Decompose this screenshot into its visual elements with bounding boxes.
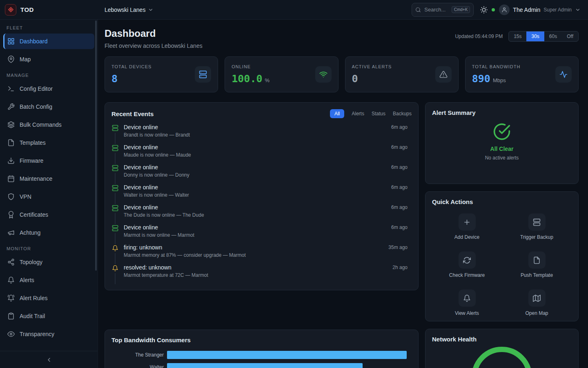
bar-row: The Stranger	[111, 351, 412, 359]
sidebar-item-dashboard[interactable]: Dashboard	[3, 34, 94, 49]
sidebar-section-manage: MANAGE	[7, 73, 91, 78]
add-device-button[interactable]: Add Device	[432, 213, 502, 240]
event-row: resolved: unknownMarmot temperature at 7…	[111, 264, 408, 284]
event-time: 2h ago	[392, 265, 408, 284]
clipboard-icon	[7, 312, 15, 320]
sidebar-item-alert-rules[interactable]: Alert Rules	[3, 290, 94, 306]
stat-total-devices: TOTAL DEVICES 8	[105, 56, 218, 92]
sidebar-item-templates[interactable]: Templates	[3, 135, 94, 150]
user-icon	[501, 7, 507, 13]
sidebar-item-label: Config Editor	[20, 85, 53, 92]
view-alerts-button[interactable]: View Alerts	[432, 289, 502, 316]
network-health-title: Network Health	[432, 336, 477, 343]
connection-status-dot	[492, 8, 495, 11]
sidebar-item-firmware[interactable]: Firmware	[3, 153, 94, 168]
event-row: Device onlineMarmot is now online — Marm…	[111, 224, 408, 244]
map-icon	[528, 289, 546, 307]
sidebar-item-certificates[interactable]: Certificates	[3, 207, 94, 222]
sidebar-item-alerts[interactable]: Alerts	[3, 272, 94, 288]
stat-online: ONLINE 100.0 %	[225, 56, 338, 92]
event-detail: Maude is now online — Maude	[124, 152, 386, 158]
calendar-icon	[7, 175, 15, 182]
sidebar-collapse-button[interactable]	[0, 351, 98, 368]
page-subtitle: Fleet overview across Lebowski Lanes	[105, 43, 203, 49]
server-icon	[112, 165, 118, 171]
quick-actions-card: Quick Actions Add Device Trigger Backup …	[425, 191, 579, 321]
map-pin-icon	[7, 56, 15, 63]
filter-backups[interactable]: Backups	[393, 111, 412, 117]
brand: TOD	[0, 4, 98, 16]
refresh-30s-button[interactable]: 30s	[526, 31, 544, 41]
terminal-icon	[7, 85, 15, 92]
trigger-backup-button[interactable]: Trigger Backup	[502, 213, 572, 240]
event-time: 6m ago	[391, 144, 408, 164]
search-shortcut-badge: Cmd+K	[452, 6, 470, 13]
push-template-button[interactable]: Push Template	[502, 251, 572, 278]
avatar	[499, 4, 510, 15]
bar-label: Walter	[111, 364, 164, 368]
filter-status[interactable]: Status	[372, 111, 385, 117]
eye-icon	[7, 330, 15, 338]
sidebar-item-label: Topology	[20, 259, 42, 265]
sidebar-item-topology[interactable]: Topology	[3, 254, 94, 270]
user-menu[interactable]: The Admin Super Admin	[499, 4, 581, 15]
filter-alerts[interactable]: Alerts	[352, 111, 364, 117]
bell-icon	[112, 265, 118, 272]
sidebar-item-map[interactable]: Map	[3, 52, 94, 67]
server-icon	[195, 66, 211, 83]
stat-value: 100.0	[232, 73, 262, 85]
sidebar-section-monitor: MONITOR	[7, 246, 91, 251]
sidebar-item-achtung[interactable]: Achtung	[3, 225, 94, 240]
bell-icon	[7, 276, 15, 284]
sidebar-item-audit-trail[interactable]: Audit Trail	[3, 308, 94, 324]
activity-icon	[555, 66, 572, 83]
sidebar-item-batch-config[interactable]: Batch Config	[3, 99, 94, 114]
sidebar-item-label: Audit Trail	[20, 313, 45, 319]
event-time: 6m ago	[391, 164, 408, 184]
check-firmware-button[interactable]: Check Firmware	[432, 251, 502, 278]
server-icon	[112, 145, 118, 151]
brand-name: TOD	[20, 6, 34, 13]
sidebar-item-label: Maintenance	[20, 175, 52, 182]
recent-events-card: Recent Events All Alerts Status Backups …	[105, 102, 419, 290]
event-detail: Marmot memory at 87% — consider upgrade …	[124, 252, 383, 258]
event-time: 6m ago	[391, 124, 408, 144]
download-icon	[7, 157, 15, 164]
plus-icon	[459, 213, 476, 231]
event-row: Device onlineDonny is now online — Donny…	[111, 164, 408, 184]
sidebar-item-vpn[interactable]: VPN	[3, 189, 94, 204]
recent-events-title: Recent Events	[111, 110, 154, 117]
sidebar-item-label: Templates	[20, 139, 46, 146]
sidebar-item-maintenance[interactable]: Maintenance	[3, 171, 94, 186]
sidebar-item-config-editor[interactable]: Config Editor	[3, 81, 94, 96]
bandwidth-bar	[167, 351, 407, 359]
theme-toggle-button[interactable]	[479, 4, 489, 15]
sidebar-item-label: VPN	[20, 193, 31, 200]
server-icon	[112, 205, 118, 211]
filter-all[interactable]: All	[330, 109, 344, 118]
event-title: firing: unknown	[124, 244, 383, 251]
org-selector[interactable]: Lebowski Lanes	[105, 7, 154, 13]
sidebar-item-transparency[interactable]: Transparency	[3, 326, 94, 342]
refresh-off-button[interactable]: Off	[562, 31, 578, 41]
sidebar-scrollbar[interactable]	[95, 20, 97, 271]
refresh-icon	[459, 251, 476, 269]
event-row: Device onlineThe Dude is now online — Th…	[111, 204, 408, 224]
event-time: 6m ago	[391, 204, 408, 224]
refresh-15s-button[interactable]: 15s	[509, 31, 526, 41]
event-detail: The Dude is now online — The Dude	[124, 212, 386, 218]
event-list[interactable]: Device onlineBrandt is now online — Bran…	[111, 124, 412, 285]
sun-icon	[480, 6, 488, 13]
search-input[interactable]: Search... Cmd+K	[412, 3, 474, 17]
sidebar-item-bulk-commands[interactable]: Bulk Commands	[3, 117, 94, 132]
wrench-icon	[7, 103, 15, 110]
stat-label: ONLINE	[232, 64, 270, 69]
event-time: 6m ago	[391, 224, 408, 244]
open-map-button[interactable]: Open Map	[502, 289, 572, 316]
event-detail: Marmot temperature at 72C — Marmot	[124, 272, 388, 278]
refresh-60s-button[interactable]: 60s	[544, 31, 562, 41]
event-detail: Donny is now online — Donny	[124, 172, 386, 178]
event-row: firing: unknownMarmot memory at 87% — co…	[111, 244, 408, 264]
badge-icon	[7, 211, 15, 218]
event-title: resolved: unknown	[124, 264, 388, 271]
